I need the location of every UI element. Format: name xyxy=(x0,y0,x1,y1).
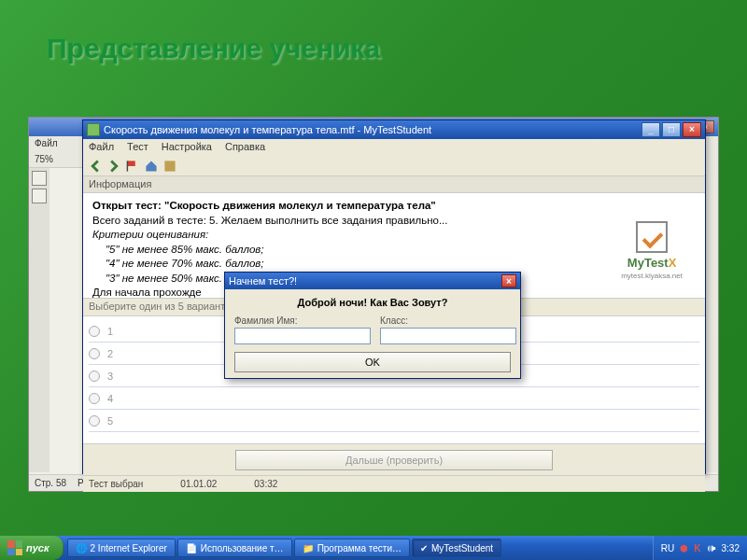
radio-icon[interactable] xyxy=(89,393,100,404)
tb-next-icon[interactable] xyxy=(106,158,122,175)
class-input[interactable] xyxy=(380,328,516,344)
dialog-greeting: Доброй ночи! Как Вас Зовут? xyxy=(234,297,511,308)
ok-button[interactable]: OK xyxy=(234,352,511,372)
app-footer: Дальше (проверить) xyxy=(83,443,705,475)
option-label: 1 xyxy=(107,326,113,337)
menu-settings[interactable]: Настройка xyxy=(162,141,212,154)
word-side-toolbar xyxy=(29,168,49,472)
close-button[interactable]: × xyxy=(683,122,701,137)
mytest-logo: MyTestX mytest.klyaksa.net xyxy=(621,221,683,281)
word-tool-icon[interactable] xyxy=(32,171,47,186)
menu-help[interactable]: Справка xyxy=(225,141,265,154)
status-state: Тест выбран xyxy=(89,479,143,489)
option-row[interactable]: 4 xyxy=(89,387,699,410)
start-label: пуск xyxy=(26,542,49,553)
menu-file[interactable]: Файл xyxy=(89,141,114,154)
tray-shield-icon[interactable]: ⬢ xyxy=(680,543,688,553)
logo-x: X xyxy=(669,256,677,270)
radio-icon[interactable] xyxy=(89,348,100,359)
app-icon: ✔ xyxy=(420,543,428,553)
slide-title: Представление ученика xyxy=(47,33,380,64)
task-label: 2 Internet Explorer xyxy=(91,543,167,553)
start-test-dialog: Начнем тест?! × Доброй ночи! Как Вас Зов… xyxy=(224,272,521,379)
taskbar-item-active[interactable]: ✔MyTestStudent xyxy=(412,539,501,557)
task-label: MyTestStudent xyxy=(431,543,493,553)
tray-volume-icon[interactable]: 🕪 xyxy=(707,543,716,553)
menu-test[interactable]: Тест xyxy=(127,141,148,154)
clock[interactable]: 3:32 xyxy=(722,543,740,553)
info-label: Информация xyxy=(83,176,705,193)
app-icon xyxy=(87,123,100,136)
taskbar-item[interactable]: 📁Программа тести… xyxy=(294,539,410,557)
word-tool-icon[interactable] xyxy=(32,189,47,203)
name-label: Фамилия Имя: xyxy=(234,315,371,326)
dialog-body: Доброй ночи! Как Вас Зовут? Фамилия Имя:… xyxy=(225,289,520,378)
ie-icon: 🌐 xyxy=(76,543,87,553)
option-label: 2 xyxy=(107,348,113,359)
option-label: 3 xyxy=(107,371,113,382)
tb-flag-icon[interactable] xyxy=(124,158,141,175)
radio-icon[interactable] xyxy=(89,326,100,337)
class-label: Класс: xyxy=(380,315,516,326)
taskbar-item[interactable]: 📄Использование т… xyxy=(177,539,292,557)
task-label: Программа тести… xyxy=(317,543,402,553)
logo-text: MyTest xyxy=(627,256,669,270)
app-statusbar: Тест выбран 01.01.02 03:32 xyxy=(83,475,705,492)
option-label: 4 xyxy=(107,393,113,404)
tb-prev-icon[interactable] xyxy=(87,158,104,175)
next-button[interactable]: Дальше (проверить) xyxy=(235,450,553,470)
criteria-4: "4" не менее 70% макс. баллов; xyxy=(92,257,696,272)
folder-icon: 📁 xyxy=(303,543,314,553)
opened-test-text: Открыт тест: "Скорость движения молекул … xyxy=(92,200,436,211)
dialog-title-text: Начнем тест?! xyxy=(229,275,501,287)
option-label: 5 xyxy=(107,415,113,427)
word-icon: 📄 xyxy=(186,543,197,553)
svg-rect-2 xyxy=(164,161,175,171)
status-page: Стр. 58 xyxy=(35,478,66,488)
tray-k-icon[interactable]: K xyxy=(694,543,700,553)
windows-logo-icon xyxy=(7,540,22,555)
svg-rect-0 xyxy=(127,161,134,166)
system-tray[interactable]: RU ⬢ K 🕪 3:32 xyxy=(653,536,747,560)
criteria-header: Критерии оценивания: xyxy=(92,228,696,243)
status-time: 03:32 xyxy=(254,479,277,489)
taskbar-item[interactable]: 🌐2 Internet Explorer xyxy=(67,539,176,557)
tb-home-icon[interactable] xyxy=(143,158,160,175)
criteria-5: "5" не менее 85% макс. баллов; xyxy=(92,243,696,258)
option-row[interactable]: 5 xyxy=(89,410,699,432)
minimize-button[interactable]: _ xyxy=(641,122,660,137)
logo-url: mytest.klyaksa.net xyxy=(621,272,683,282)
start-button[interactable]: пуск xyxy=(0,536,63,560)
taskbar: пуск 🌐2 Internet Explorer 📄Использование… xyxy=(0,536,747,560)
total-text: Всего заданий в тесте: 5. Желаем выполни… xyxy=(92,214,696,229)
task-items: 🌐2 Internet Explorer 📄Использование т… 📁… xyxy=(63,536,653,560)
radio-icon[interactable] xyxy=(89,415,100,427)
app-toolbar xyxy=(83,156,705,176)
radio-icon[interactable] xyxy=(89,371,100,382)
app-menubar: Файл Тест Настройка Справка xyxy=(83,139,705,156)
app-title: Скорость движения молекул и температура … xyxy=(104,124,641,135)
app-titlebar[interactable]: Скорость движения молекул и температура … xyxy=(83,120,705,139)
dialog-titlebar[interactable]: Начнем тест?! × xyxy=(225,273,520,289)
name-input[interactable] xyxy=(234,328,371,344)
lang-indicator[interactable]: RU xyxy=(661,543,674,553)
dialog-close-button[interactable]: × xyxy=(501,274,516,287)
task-label: Использование т… xyxy=(201,543,284,553)
status-date: 01.01.02 xyxy=(180,479,217,489)
maximize-button[interactable]: □ xyxy=(662,122,681,137)
checkmark-icon xyxy=(636,221,668,253)
tb-stop-icon[interactable] xyxy=(162,158,178,175)
